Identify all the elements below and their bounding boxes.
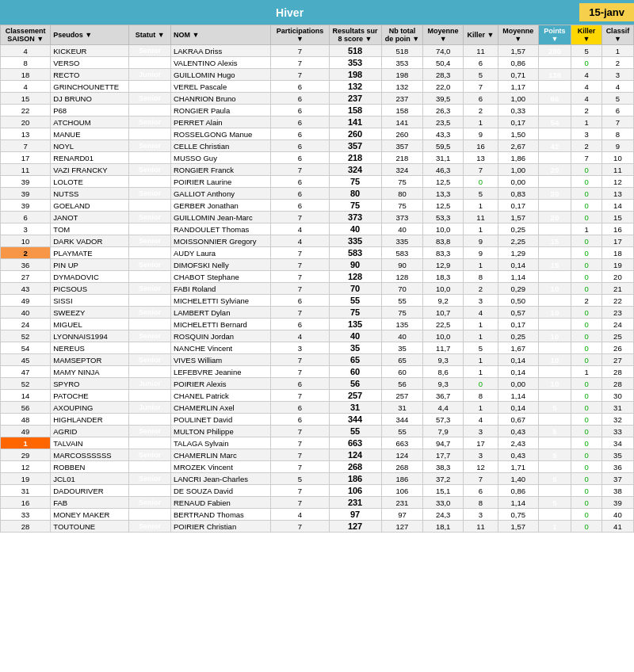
moy2-cell: 0,83 (498, 188, 538, 200)
killer2-cell: 1 (571, 223, 602, 235)
points-cell: 15 (538, 247, 571, 259)
killer-cell: 0 (463, 176, 498, 188)
moy-cell: 12,5 (423, 200, 464, 212)
statut-cell: Senior (129, 319, 171, 330)
part-cell: 7 (271, 426, 329, 437)
res-cell: 135 (329, 319, 381, 330)
nom-cell: CHAMERLIN Axel (170, 402, 270, 414)
points-cell: 20 (538, 200, 571, 212)
moy-cell: 10,7 (423, 307, 464, 319)
nom-cell: MULTON Philippe (170, 426, 270, 437)
pseudo-cell: JANOT (51, 212, 129, 223)
nbtotal-cell: 135 (381, 319, 423, 330)
statut-cell: Senior (129, 497, 171, 509)
moy-cell: 57,3 (423, 414, 464, 426)
killer2-cell: 0 (571, 330, 602, 342)
moy-cell: 10,0 (423, 330, 464, 342)
nom-cell: NANCHE Vincent (170, 342, 270, 354)
killer-cell: 1 (463, 354, 498, 366)
part-cell: 4 (271, 509, 329, 521)
killer2-cell: 0 (571, 188, 602, 200)
part-cell: 4 (271, 223, 329, 235)
pseudo-cell: LYONNAIS1994 (51, 330, 129, 342)
part-cell: 7 (271, 164, 329, 176)
moy2-cell: 0,25 (498, 223, 538, 235)
rank-cell: 33 (1, 509, 51, 521)
nbtotal-cell: 31 (381, 402, 423, 414)
moy2-cell: 1,40 (498, 473, 538, 485)
nom-cell: RANDOULET Thomas (170, 223, 270, 235)
points-cell: 5 (538, 437, 571, 449)
killer-cell: 1 (463, 319, 498, 330)
moy-cell: 50,4 (423, 57, 464, 69)
pseudo-cell: SISSI (51, 295, 129, 307)
killer2-cell: 0 (571, 164, 602, 176)
points-cell: 5 (538, 497, 571, 509)
nbtotal-cell: 357 (381, 140, 423, 152)
classif-cell: 1 (602, 45, 633, 57)
classif-cell: 5 (602, 93, 633, 105)
killer-cell: 1 (463, 116, 498, 128)
statut-cell: Senior (129, 521, 171, 533)
moy2-cell: 1,14 (498, 497, 538, 509)
statut-cell: Junior (129, 402, 171, 414)
statut-cell: Senior (129, 485, 171, 497)
res-cell: 198 (329, 69, 381, 81)
points-cell: 48 (538, 128, 571, 140)
part-cell: 7 (271, 366, 329, 378)
moy2-cell: 1,00 (498, 93, 538, 105)
statut-cell: Senior (129, 366, 171, 378)
nom-cell: LAMBERT Dylan (170, 307, 270, 319)
points-cell: 10 (538, 319, 571, 330)
nom-cell: CELLE Christian (170, 140, 270, 152)
points-cell: 87 (538, 81, 571, 93)
part-cell: 7 (271, 307, 329, 319)
points-cell: 10 (538, 378, 571, 390)
classif-cell: 38 (602, 485, 633, 497)
pseudo-cell: LOLOTE (51, 176, 129, 188)
killer2-cell: 0 (571, 461, 602, 473)
rank-cell: 2 (1, 247, 51, 259)
nom-cell: RONGIER Franck (170, 164, 270, 176)
killer2-cell: 0 (571, 426, 602, 437)
nom-cell: GUILLOMIN Jean-Marc (170, 212, 270, 223)
killer2-cell: 0 (571, 247, 602, 259)
points-cell: 10 (538, 295, 571, 307)
res-cell: 260 (329, 128, 381, 140)
nom-cell: GERBER Jonathan (170, 200, 270, 212)
killer2-cell: 0 (571, 200, 602, 212)
rank-cell: 6 (1, 212, 51, 223)
rank-cell: 10 (1, 235, 51, 247)
killer2-cell: 2 (571, 295, 602, 307)
moy2-cell: 0,43 (498, 449, 538, 461)
statut-cell: Senior (129, 223, 171, 235)
moy-cell: 94,7 (423, 437, 464, 449)
moy2-cell: 0,00 (498, 378, 538, 390)
classif-cell: 28 (602, 366, 633, 378)
moy-cell: 53,3 (423, 212, 464, 223)
statut-cell: Senior (129, 473, 171, 485)
part-cell: 7 (271, 271, 329, 283)
nom-cell: MUSSO Guy (170, 152, 270, 164)
rank-cell: 15 (1, 93, 51, 105)
statut-cell: Senior (129, 81, 171, 93)
points-cell: 138 (538, 69, 571, 81)
classif-cell: 22 (602, 295, 633, 307)
statut-cell: Senior (129, 283, 171, 295)
killer-cell: 5 (463, 188, 498, 200)
nbtotal-cell: 663 (381, 437, 423, 449)
nbtotal-cell: 90 (381, 259, 423, 271)
part-cell: 6 (271, 116, 329, 128)
pseudo-cell: MARCOSSSSSS (51, 449, 129, 461)
statut-cell: Senior (129, 200, 171, 212)
part-cell: 6 (271, 378, 329, 390)
nbtotal-cell: 583 (381, 247, 423, 259)
nom-cell: MICHELETTI Sylviane (170, 295, 270, 307)
nbtotal-cell: 158 (381, 105, 423, 116)
statut-cell: Senior (129, 247, 171, 259)
nom-cell: GUILLOMIN Hugo (170, 69, 270, 81)
killer-cell: 16 (463, 140, 498, 152)
moy-cell: 26,3 (423, 105, 464, 116)
points-cell: 10 (538, 354, 571, 366)
part-cell: 6 (271, 105, 329, 116)
